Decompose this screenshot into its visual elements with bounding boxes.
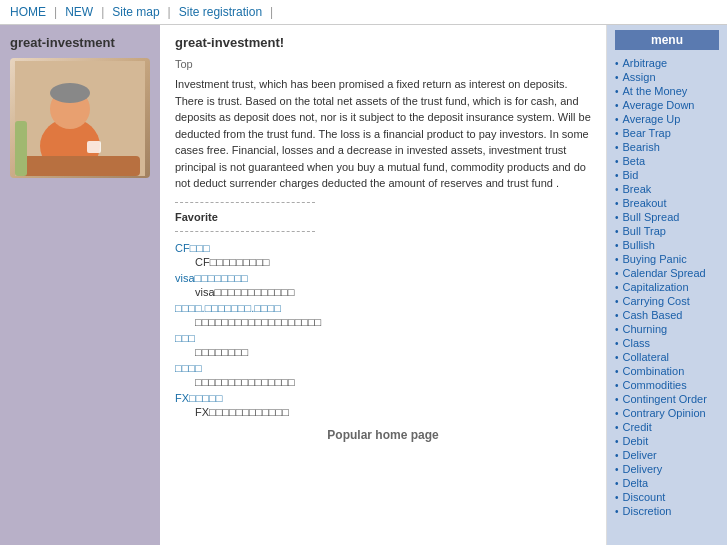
nav-sep-2: |: [101, 5, 104, 19]
list-item: Credit: [615, 420, 719, 434]
nav-sep-3: |: [168, 5, 171, 19]
list-item: Combination: [615, 364, 719, 378]
menu-item-carrying-cost[interactable]: Carrying Cost: [623, 295, 690, 307]
menu-item-contrary-opinion[interactable]: Contrary Opinion: [623, 407, 706, 419]
list-item: Carrying Cost: [615, 294, 719, 308]
menu-item-calendar-spread[interactable]: Calendar Spread: [623, 267, 706, 279]
menu-item-at-the-money[interactable]: At the Money: [623, 85, 688, 97]
menu-item-combination[interactable]: Combination: [623, 365, 685, 377]
list-item: Buying Panic: [615, 252, 719, 266]
link-3[interactable]: □□□: [175, 332, 591, 344]
list-item: Average Down: [615, 98, 719, 112]
menu-item-buying-panic[interactable]: Buying Panic: [623, 253, 687, 265]
list-item: Bull Spread: [615, 210, 719, 224]
svg-rect-4: [87, 141, 101, 153]
sidebar-image: [10, 58, 150, 178]
menu-item-break[interactable]: Break: [623, 183, 652, 195]
menu-title: menu: [615, 30, 719, 50]
list-item: □□□□ □□□□□□□□□□□□□□□: [175, 362, 591, 388]
list-item: Bearish: [615, 140, 719, 154]
menu-item-average-down[interactable]: Average Down: [623, 99, 695, 111]
link-4[interactable]: □□□□: [175, 362, 591, 374]
main-content: great-investment! Top Investment trust, …: [160, 25, 607, 545]
top-label: Top: [175, 58, 591, 70]
menu-item-arbitrage[interactable]: Arbitrage: [623, 57, 668, 69]
list-item: □□□ □□□□□□□□: [175, 332, 591, 358]
menu-item-deliver[interactable]: Deliver: [623, 449, 657, 461]
list-item: Contrary Opinion: [615, 406, 719, 420]
person-illustration: [15, 61, 145, 176]
menu-item-bull-spread[interactable]: Bull Spread: [623, 211, 680, 223]
nav-sep-1: |: [54, 5, 57, 19]
link-visa-sub: visa□□□□□□□□□□□□: [175, 286, 591, 298]
list-item: Collateral: [615, 350, 719, 364]
menu-item-commodities[interactable]: Commodities: [623, 379, 687, 391]
nav-home[interactable]: HOME: [10, 5, 46, 19]
list-item: Class: [615, 336, 719, 350]
menu-item-breakout[interactable]: Breakout: [623, 197, 667, 209]
menu-item-churning[interactable]: Churning: [623, 323, 668, 335]
list-item: Churning: [615, 322, 719, 336]
link-section: CF□□□ CF□□□□□□□□□ visa□□□□□□□□ visa□□□□□…: [175, 242, 591, 418]
list-item: □□□□.□□□□□□□.□□□□ □□□□□□□□□□□□□□□□□□□: [175, 302, 591, 328]
list-item: Cash Based: [615, 308, 719, 322]
menu-item-cash-based[interactable]: Cash Based: [623, 309, 683, 321]
nav-bar: HOME | NEW | Site map | Site registratio…: [0, 0, 727, 25]
menu-item-average-up[interactable]: Average Up: [623, 113, 681, 125]
menu-item-class[interactable]: Class: [623, 337, 651, 349]
menu-item-credit[interactable]: Credit: [623, 421, 652, 433]
popular-home-label: Popular home page: [175, 428, 591, 442]
link-fx-sub: FX□□□□□□□□□□□□: [175, 406, 591, 418]
menu-item-delta[interactable]: Delta: [623, 477, 649, 489]
nav-sep-4: |: [270, 5, 273, 19]
link-visa[interactable]: visa□□□□□□□□: [175, 272, 591, 284]
menu-item-assign[interactable]: Assign: [623, 71, 656, 83]
menu-item-discretion[interactable]: Discretion: [623, 505, 672, 517]
menu-item-beta[interactable]: Beta: [623, 155, 646, 167]
list-item: Contingent Order: [615, 392, 719, 406]
menu-item-bull-trap[interactable]: Bull Trap: [623, 225, 666, 237]
nav-new[interactable]: NEW: [65, 5, 93, 19]
nav-sitemap[interactable]: Site map: [112, 5, 159, 19]
link-cf[interactable]: CF□□□: [175, 242, 591, 254]
list-item: Break: [615, 182, 719, 196]
divider-1: [175, 202, 315, 203]
main-description: Investment trust, which has been promise…: [175, 76, 591, 192]
list-item: Breakout: [615, 196, 719, 210]
menu-item-bearish[interactable]: Bearish: [623, 141, 660, 153]
list-item: Bear Trap: [615, 126, 719, 140]
menu-item-capitalization[interactable]: Capitalization: [623, 281, 689, 293]
link-fx[interactable]: FX□□□□□: [175, 392, 591, 404]
nav-sitereg[interactable]: Site registration: [179, 5, 262, 19]
svg-rect-6: [15, 121, 27, 176]
list-item: CF□□□ CF□□□□□□□□□: [175, 242, 591, 268]
menu-item-contingent-order[interactable]: Contingent Order: [623, 393, 707, 405]
menu-item-bullish[interactable]: Bullish: [623, 239, 655, 251]
site-logo: great-investment: [10, 35, 150, 50]
svg-point-3: [50, 83, 90, 103]
menu-item-bid[interactable]: Bid: [623, 169, 639, 181]
list-item: Delta: [615, 476, 719, 490]
list-item: Discretion: [615, 504, 719, 518]
link-4-sub: □□□□□□□□□□□□□□□: [175, 376, 591, 388]
menu-item-debit[interactable]: Debit: [623, 435, 649, 447]
list-item: Discount: [615, 490, 719, 504]
sidebar: great-investment: [0, 25, 160, 545]
menu-item-collateral[interactable]: Collateral: [623, 351, 669, 363]
list-item: Beta: [615, 154, 719, 168]
list-item: Calendar Spread: [615, 266, 719, 280]
link-3-sub: □□□□□□□□: [175, 346, 591, 358]
list-item: Average Up: [615, 112, 719, 126]
menu-list: Arbitrage Assign At the Money Average Do…: [615, 56, 719, 518]
link-domain[interactable]: □□□□.□□□□□□□.□□□□: [175, 302, 591, 314]
menu-item-delivery[interactable]: Delivery: [623, 463, 663, 475]
link-cf-sub: CF□□□□□□□□□: [175, 256, 591, 268]
favorite-label: Favorite: [175, 211, 591, 223]
list-item: FX□□□□□ FX□□□□□□□□□□□□: [175, 392, 591, 418]
svg-rect-5: [20, 156, 140, 176]
list-item: Commodities: [615, 378, 719, 392]
menu-item-bear-trap[interactable]: Bear Trap: [623, 127, 671, 139]
link-domain-sub: □□□□□□□□□□□□□□□□□□□: [175, 316, 591, 328]
menu-item-discount[interactable]: Discount: [623, 491, 666, 503]
list-item: Delivery: [615, 462, 719, 476]
